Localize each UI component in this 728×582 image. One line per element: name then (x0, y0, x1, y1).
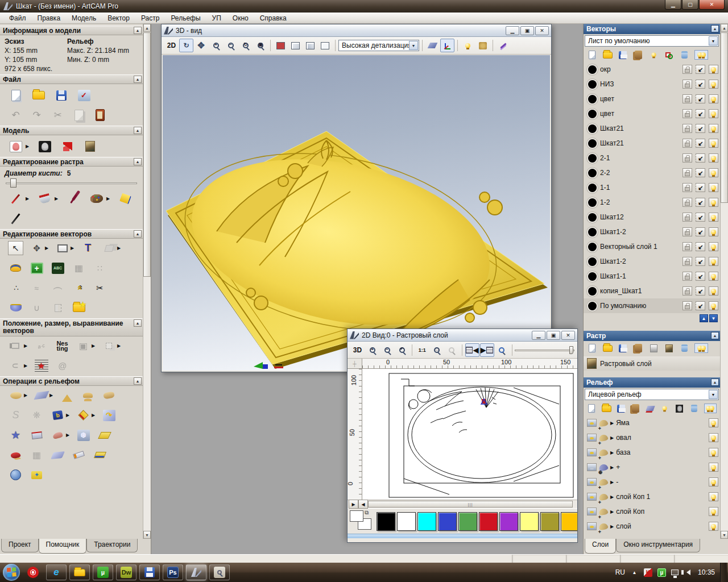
adjust-model-icon[interactable] (8, 139, 23, 153)
zoom-in-button[interactable]: + (209, 39, 223, 52)
snap-layer-button[interactable] (696, 124, 705, 133)
palette-swatch[interactable] (540, 512, 559, 531)
snap-layer-button[interactable] (696, 272, 705, 281)
merge-relief-icon[interactable] (101, 388, 117, 402)
mirror-vectors-icon[interactable] (50, 301, 65, 315)
snap-toggle-1-button[interactable]: ◀ (465, 343, 479, 357)
view2d-canvas[interactable] (362, 369, 577, 500)
palette-swatch[interactable] (438, 512, 457, 531)
lock-layer-button[interactable] (682, 286, 692, 296)
restore-button[interactable]: ▣ (520, 26, 534, 35)
flyout-arrow-icon[interactable]: ▶ (26, 144, 30, 149)
scroll-up-button[interactable]: ▲ (721, 24, 728, 32)
zoom-slider-thumb[interactable] (569, 346, 573, 354)
vector-layer-row[interactable]: По умолчанию (584, 298, 720, 313)
snap-layer-button[interactable] (696, 153, 705, 163)
vector-layer-row[interactable]: Векторный слой 1 (584, 239, 720, 254)
iso-view-1-button[interactable] (274, 39, 288, 52)
copy-icon[interactable] (71, 108, 86, 122)
save-raster-icon[interactable] (618, 343, 628, 353)
collapse-section-button[interactable]: ▲ (134, 76, 142, 83)
paste-along-curve-icon[interactable]: ∷ (92, 261, 107, 275)
layer-visibility-button[interactable] (709, 198, 718, 207)
draw-pen-icon[interactable] (8, 211, 23, 226)
layer-colour-swatch[interactable] (588, 124, 597, 133)
snap-layer-button[interactable] (696, 139, 705, 148)
layer-colour-swatch[interactable] (588, 198, 597, 207)
expand-arrow-icon[interactable]: ▶ (610, 524, 614, 529)
add-node-icon[interactable]: + (29, 261, 44, 275)
raster-section-header[interactable]: Растр ▲ (584, 331, 720, 341)
expand-arrow-icon[interactable]: ▶ (610, 509, 614, 514)
lock-layer-button[interactable] (682, 257, 692, 266)
unwrap-relief-icon[interactable]: ✦ (29, 468, 44, 482)
collapse-section-button[interactable]: ▲ (134, 377, 142, 385)
flyout-arrow-icon[interactable]: ▶ (24, 393, 28, 398)
snap-layer-button[interactable] (696, 168, 705, 177)
open-raster-icon[interactable] (602, 343, 613, 353)
combine-mode-icon[interactable] (598, 419, 609, 427)
collapse-section-button[interactable]: ▲ (134, 230, 142, 238)
join-close-icon[interactable]: ∪ (9, 358, 23, 373)
combine-mode-icon[interactable] (598, 434, 609, 442)
utorrent-icon[interactable]: µ (93, 564, 113, 580)
explorer-icon[interactable] (69, 564, 90, 580)
clock[interactable]: 10:35 (698, 568, 715, 576)
reset-relief-icon[interactable] (8, 448, 23, 462)
assistant-scrollbar[interactable]: ▲ ▼ (143, 24, 151, 554)
menu-item[interactable]: УП (206, 13, 227, 23)
new-model-icon[interactable] (8, 88, 23, 102)
polyline-icon[interactable]: ∴ (8, 281, 23, 295)
combine-relief-icon[interactable] (80, 388, 96, 402)
vector-layer-row[interactable]: 1-2 (584, 195, 720, 210)
internet-explorer-icon[interactable]: e (46, 564, 67, 580)
relief-section-header[interactable]: Рельеф ▲ (584, 377, 720, 388)
preview-magnifier-button[interactable] (495, 343, 509, 357)
create-rectangle-icon[interactable] (55, 241, 70, 255)
flyout-arrow-icon[interactable]: ▶ (66, 413, 70, 418)
lock-layer-button[interactable] (682, 183, 692, 192)
shape-library-icon[interactable] (101, 241, 117, 255)
show-desktop-button[interactable] (720, 563, 727, 582)
redo-icon[interactable]: ↷ (29, 108, 44, 122)
lock-layer-button[interactable] (682, 65, 692, 74)
rotate-view-button[interactable]: ↻ (179, 39, 193, 52)
pan-view-button[interactable]: ✥ (194, 39, 208, 52)
combine-mode-icon[interactable] (598, 463, 609, 471)
horizontal-scrollbar[interactable]: ▸ ◂ ||| (348, 500, 577, 508)
sheet-visibility-icon[interactable] (648, 50, 659, 60)
slice-relief-icon[interactable] (50, 428, 65, 442)
lock-layer-button[interactable] (682, 301, 692, 310)
menu-item[interactable]: Окно (227, 13, 254, 23)
tray-expand-icon[interactable]: ▲ (630, 568, 639, 577)
expand-arrow-icon[interactable]: ▶ (610, 450, 614, 455)
vector-layer-row[interactable]: цвет (584, 106, 720, 121)
menu-item[interactable]: Растр (135, 13, 165, 23)
layer-visibility-button[interactable] (709, 168, 718, 177)
switch-3d-button[interactable]: 3D (350, 343, 365, 357)
layer-visibility-button[interactable] (709, 153, 718, 163)
offset-relief-icon[interactable] (97, 428, 112, 442)
vectors-section-header[interactable]: Векторы ▲ (584, 24, 720, 34)
flyout-arrow-icon[interactable]: ▶ (117, 246, 121, 251)
zoom-100-button[interactable]: 1:1 (415, 343, 429, 357)
volume-icon[interactable] (684, 569, 690, 575)
flyout-arrow-icon[interactable]: ▶ (55, 196, 59, 201)
vector-layer-row[interactable]: НИЗ (584, 77, 720, 92)
combine-mode-icon[interactable] (598, 448, 609, 456)
zoom-in-button[interactable]: + (365, 343, 379, 357)
hscroll-thumb[interactable]: ||| (368, 501, 573, 508)
lock-layer-button[interactable] (682, 213, 692, 222)
open-model-icon[interactable] (31, 88, 46, 102)
palette-swatch[interactable] (479, 512, 498, 531)
snap-layer-button[interactable] (696, 198, 705, 207)
all-raster-visibility-icon[interactable] (694, 343, 708, 353)
kaspersky-icon[interactable]: K (644, 568, 652, 577)
flyout-arrow-icon[interactable]: ▶ (71, 246, 75, 251)
layer-visibility-button[interactable] (709, 242, 718, 251)
relief-book-icon[interactable]: b (50, 408, 65, 422)
undo-icon[interactable]: ↶ (8, 108, 23, 122)
relief-visibility-icon[interactable] (660, 404, 670, 413)
layer-colour-swatch[interactable] (588, 110, 597, 118)
delete-sheet-icon[interactable] (679, 50, 689, 60)
